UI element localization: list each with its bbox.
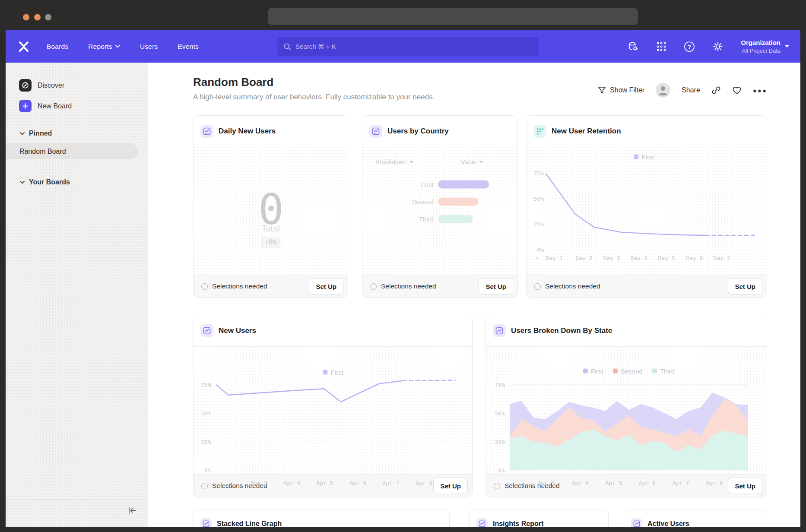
card-title: Users Broken Down By State — [511, 326, 612, 335]
avatar[interactable] — [656, 83, 670, 98]
chart-legend: First — [634, 153, 654, 161]
y-tick: 25% — [525, 221, 544, 228]
help-icon[interactable]: ? — [684, 41, 695, 52]
y-tick: 0% — [192, 467, 211, 474]
x-tick: Day 4 — [630, 255, 647, 261]
page-subtitle: A high-level summary of user behaviors. … — [193, 93, 435, 101]
y-tick: 50% — [525, 196, 544, 202]
search-placeholder: Search ⌘ + K — [295, 43, 336, 51]
plus-icon — [19, 100, 32, 112]
caret-down-icon — [479, 161, 483, 163]
x-tick: Apr 7 — [672, 480, 689, 486]
x-tick: Day 6 — [686, 255, 703, 261]
set-up-button[interactable]: Set Up — [728, 478, 762, 494]
card-header: Active Users — [624, 510, 767, 527]
sidebar-section-pinned[interactable]: Pinned — [20, 130, 52, 137]
insights-chart-icon — [369, 125, 382, 138]
set-up-button[interactable]: Set Up — [479, 278, 513, 294]
card-header: Insights Report — [470, 510, 608, 527]
search-icon — [284, 43, 291, 51]
collapse-sidebar-icon[interactable] — [125, 504, 140, 517]
traffic-light-minimize[interactable] — [34, 14, 41, 21]
card-footer: Selections needed Set Up — [194, 275, 348, 298]
card-title: New User Retention — [552, 127, 621, 136]
card-header: Stacked Line Graph — [194, 510, 449, 527]
bar-label: First — [378, 181, 434, 188]
favorite-heart-icon[interactable] — [732, 86, 742, 95]
status-radio-icon — [494, 483, 500, 489]
legend-swatch — [652, 369, 657, 374]
x-tick: Apr 4 — [283, 480, 300, 486]
apps-grid-icon[interactable] — [656, 41, 666, 52]
discover-compass-icon — [19, 79, 32, 92]
legend-swatch — [634, 155, 638, 159]
y-tick: 75% — [525, 170, 544, 177]
y-tick: 50% — [486, 410, 505, 417]
x-tick: Apr 3 — [538, 480, 555, 486]
x-tick: Apr 3 — [250, 480, 267, 486]
board-actions: Show Filter Share ●●● — [598, 81, 767, 100]
chart-legend: First — [323, 369, 343, 376]
traffic-light-close[interactable] — [23, 14, 29, 21]
status-radio-icon — [370, 283, 377, 290]
x-tick: Apr 6 — [638, 480, 655, 486]
page-title: Random Board — [193, 76, 273, 89]
mixpanel-logo-icon[interactable] — [18, 41, 30, 53]
card-users-by-state: Users Broken Down By State First Second … — [486, 315, 767, 497]
card-title: Daily New Users — [219, 127, 276, 136]
show-filter-button[interactable]: Show Filter — [598, 86, 644, 94]
settings-gear-icon[interactable] — [712, 41, 723, 52]
copy-link-icon[interactable] — [711, 86, 721, 95]
org-switcher[interactable]: Organization All Project Data — [741, 38, 789, 55]
bar-first — [438, 180, 489, 189]
breakdown-dropdown[interactable]: Breakdown — [375, 158, 413, 165]
data-management-icon[interactable] — [628, 41, 639, 52]
nav-item-boards[interactable]: Boards — [47, 43, 68, 51]
top-nav: Boards Reports Users Events Search ⌘ + K — [6, 30, 800, 63]
state-area-chart — [510, 376, 748, 475]
x-tick: Apr 7 — [382, 480, 399, 486]
traffic-light-zoom[interactable] — [45, 14, 51, 21]
filter-funnel-icon — [598, 86, 606, 94]
status-radio-icon — [201, 483, 208, 489]
retention-grid-icon — [533, 125, 546, 138]
card-footer: Selections needed Set Up — [486, 474, 767, 497]
y-tick: 50% — [192, 410, 211, 417]
set-up-button[interactable]: Set Up — [728, 278, 762, 294]
nav-item-users[interactable]: Users — [140, 43, 158, 51]
more-options-icon[interactable]: ●●● — [753, 87, 767, 94]
legend-swatch — [613, 369, 618, 374]
card-title: Insights Report — [493, 520, 543, 527]
svg-text:?: ? — [688, 44, 691, 50]
share-button[interactable]: Share — [682, 86, 700, 94]
nav-item-events[interactable]: Events — [178, 43, 199, 51]
card-stacked-line-graph: Stacked Line Graph — [193, 510, 450, 527]
status-text: Selections needed — [545, 282, 728, 290]
sidebar-label: Discover — [38, 82, 64, 89]
value-dropdown[interactable]: Value — [461, 158, 483, 165]
x-axis-prefix: < — [535, 255, 539, 261]
insights-chart-icon — [493, 324, 506, 337]
browser-address-bar[interactable] — [268, 8, 638, 25]
retention-line-chart — [546, 168, 756, 254]
nav-item-reports[interactable]: Reports — [88, 43, 120, 51]
org-project: All Project Data — [741, 47, 781, 55]
x-tick: Day 7 — [713, 255, 730, 261]
card-title: Active Users — [647, 520, 689, 527]
sidebar-item-discover[interactable]: Discover — [19, 79, 64, 92]
bar-label: Third — [378, 215, 434, 223]
bar-label: Second — [378, 198, 434, 206]
bar-second — [438, 198, 478, 206]
search-input[interactable]: Search ⌘ + K — [277, 37, 539, 56]
sidebar-item-new-board[interactable]: New Board — [19, 100, 72, 112]
chevron-down-icon — [20, 132, 25, 135]
org-name: Organization — [741, 38, 781, 47]
card-footer: Selections needed Set Up — [527, 275, 767, 298]
set-up-button[interactable]: Set Up — [433, 478, 468, 494]
sidebar-section-your-boards[interactable]: Your Boards — [20, 178, 70, 186]
chevron-down-icon — [115, 45, 120, 48]
insights-chart-icon — [631, 518, 642, 527]
set-up-button[interactable]: Set Up — [309, 278, 343, 294]
sidebar-item-random-board[interactable]: Random Board — [6, 143, 138, 159]
status-radio-icon — [534, 283, 541, 290]
